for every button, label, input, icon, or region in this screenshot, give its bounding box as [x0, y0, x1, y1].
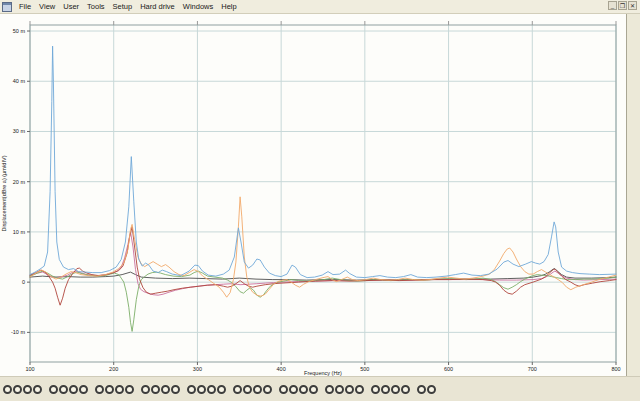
toolbar-circle-button[interactable] [401, 385, 410, 394]
menu-view[interactable]: View [35, 2, 59, 11]
toolbar-circle-button[interactable] [325, 385, 334, 394]
x-tick-label: 800 [611, 366, 620, 372]
toolbar-button-group-6 [233, 385, 273, 394]
x-tick-label: 600 [444, 366, 453, 372]
x-tick-label: 300 [193, 366, 202, 372]
menu-windows[interactable]: Windows [179, 2, 217, 11]
toolbar-circle-button[interactable] [391, 385, 400, 394]
toolbar-circle-button[interactable] [13, 385, 22, 394]
toolbar-circle-button[interactable] [371, 385, 380, 394]
toolbar-circle-button[interactable] [427, 385, 436, 394]
toolbar-circle-button[interactable] [49, 385, 58, 394]
menu-items: FileViewUserToolsSetupHard driveWindowsH… [15, 2, 241, 11]
toolbar-circle-button[interactable] [151, 385, 160, 394]
close-button[interactable]: ✕ [628, 1, 637, 10]
toolbar-circle-button[interactable] [95, 385, 104, 394]
app-icon [2, 2, 12, 12]
toolbar-circle-button[interactable] [161, 385, 170, 394]
toolbar-circle-button[interactable] [207, 385, 216, 394]
y-tick-label: 40 m [13, 78, 26, 84]
chart-window: 10020030040050060070080050 m40 m30 m20 m… [0, 14, 627, 376]
toolbar-circle-button[interactable] [79, 385, 88, 394]
toolbar-circle-button[interactable] [335, 385, 344, 394]
toolbar-button-group-4 [141, 385, 181, 394]
window-controls: _❐✕ [608, 1, 637, 10]
window-right-margin [627, 14, 640, 376]
frequency-response-chart: 10020030040050060070080050 m40 m30 m20 m… [0, 14, 626, 376]
x-tick-label: 500 [360, 366, 369, 372]
toolbar-circle-button[interactable] [381, 385, 390, 394]
series-magenta [30, 232, 616, 295]
y-tick-label: 10 m [13, 229, 26, 235]
y-tick-label: -10 m [11, 329, 25, 335]
x-tick-label: 700 [528, 366, 537, 372]
toolbar-button-group-3 [95, 385, 135, 394]
toolbar-circle-button[interactable] [171, 385, 180, 394]
toolbar-button-group-10 [417, 385, 437, 394]
toolbar-button-group-8 [325, 385, 365, 394]
toolbar-circle-button[interactable] [263, 385, 272, 394]
toolbar-button-group-9 [371, 385, 411, 394]
toolbar-circle-button[interactable] [243, 385, 252, 394]
toolbar-button-group-5 [187, 385, 227, 394]
x-tick-label: 200 [109, 366, 118, 372]
toolbar-circle-button[interactable] [69, 385, 78, 394]
y-tick-label: 0 [22, 279, 25, 285]
toolbar-button-group-2 [49, 385, 89, 394]
toolbar-circle-button[interactable] [279, 385, 288, 394]
menu-tools[interactable]: Tools [83, 2, 109, 11]
menu-help[interactable]: Help [217, 2, 240, 11]
restore-button[interactable]: ❐ [618, 1, 627, 10]
toolbar-circle-button[interactable] [355, 385, 364, 394]
menu-setup[interactable]: Setup [109, 2, 137, 11]
menu-user[interactable]: User [59, 2, 83, 11]
minimize-button[interactable]: _ [608, 1, 617, 10]
toolbar-circle-button[interactable] [309, 385, 318, 394]
menu-bar: FileViewUserToolsSetupHard driveWindowsH… [0, 0, 640, 14]
toolbar-circle-button[interactable] [59, 385, 68, 394]
toolbar-circle-button[interactable] [299, 385, 308, 394]
y-tick-label: 20 m [13, 179, 26, 185]
toolbar-circle-button[interactable] [115, 385, 124, 394]
toolbar-circle-button[interactable] [141, 385, 150, 394]
toolbar-button-group-1 [3, 385, 43, 394]
toolbar-circle-button[interactable] [125, 385, 134, 394]
toolbar-circle-button[interactable] [105, 385, 114, 394]
plot-border [30, 25, 616, 362]
toolbar-circle-button[interactable] [233, 385, 242, 394]
toolbar-circle-button[interactable] [345, 385, 354, 394]
series-red [30, 227, 616, 305]
y-tick-label: 30 m [13, 128, 26, 134]
toolbar-circle-button[interactable] [289, 385, 298, 394]
toolbar-circle-button[interactable] [23, 385, 32, 394]
toolbar-circle-button[interactable] [33, 385, 42, 394]
toolbar-circle-button[interactable] [417, 385, 426, 394]
y-tick-label: 50 m [13, 28, 26, 34]
menu-file[interactable]: File [15, 2, 35, 11]
x-tick-label: 100 [25, 366, 34, 372]
menu-hard-drive[interactable]: Hard drive [136, 2, 179, 11]
toolbar-circle-button[interactable] [217, 385, 226, 394]
toolbar-circle-button[interactable] [197, 385, 206, 394]
bottom-toolbar [0, 376, 640, 401]
toolbar-button-group-7 [279, 385, 319, 394]
toolbar-circle-button[interactable] [253, 385, 262, 394]
x-tick-label: 400 [277, 366, 286, 372]
toolbar-circle-button[interactable] [3, 385, 12, 394]
y-axis-label: Displacement(dBre a) (µm/dIV) [1, 155, 7, 231]
toolbar-circle-button[interactable] [187, 385, 196, 394]
